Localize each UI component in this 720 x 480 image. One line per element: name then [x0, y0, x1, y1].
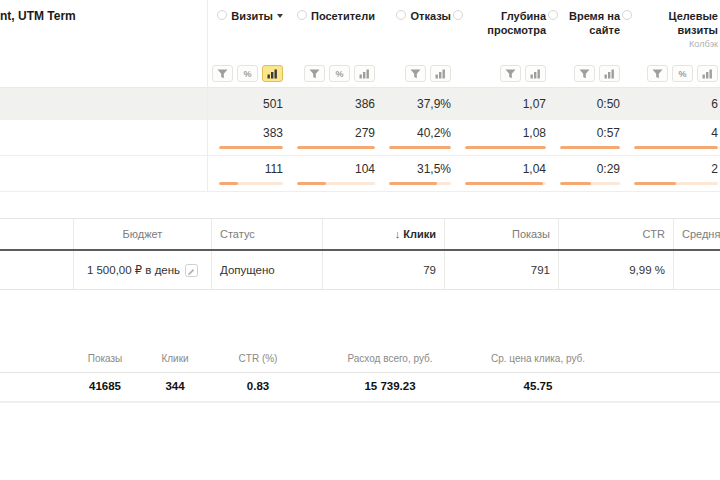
summary-label: Показы [72, 352, 138, 370]
summary-column: Ср. цена клика, руб.45.75 [463, 352, 613, 392]
metrics-data-row: 38327940,2%1,080:574 [0, 120, 720, 156]
summary-stats: Показы41685Клики344CTR (%)0.83Расход все… [0, 350, 720, 410]
metric-value-cell: 37,9% [377, 88, 453, 120]
metric-value-cell: 386 [285, 88, 377, 120]
metric-value: 1,08 [523, 126, 546, 140]
impressions-header[interactable]: Показы [445, 219, 559, 249]
filter-button[interactable] [304, 65, 325, 82]
metric-value: 104 [355, 162, 375, 176]
chart-button[interactable] [262, 65, 283, 82]
percent-icon: % [678, 69, 686, 79]
percent-button[interactable]: % [237, 65, 258, 82]
value-bar-track [634, 182, 718, 185]
value-bar-fill [389, 146, 451, 149]
avg-price-cell [674, 251, 720, 289]
metric-value: 501 [263, 97, 283, 111]
status-header[interactable]: Статус [212, 219, 323, 249]
value-bar-fill [634, 146, 718, 149]
percent-button[interactable]: % [672, 65, 693, 82]
filter-button[interactable] [212, 65, 233, 82]
edit-budget-icon[interactable] [185, 264, 198, 277]
metric-value: 31,5% [417, 162, 451, 176]
summary-value: 344 [142, 380, 208, 392]
value-bar-track [219, 146, 283, 149]
summary-column: Показы41685 [72, 352, 138, 392]
metric-header-label: Глубина просмотра [467, 9, 546, 38]
percent-icon: % [243, 69, 251, 79]
metric-value: 1,04 [523, 162, 546, 176]
filter-button[interactable] [647, 65, 668, 82]
metric-header-time[interactable]: Время на сайте [548, 9, 620, 38]
filter-icon [652, 69, 663, 79]
metric-header-label: Время на сайте [562, 9, 620, 38]
bar-chart-icon [435, 69, 446, 79]
metrics-table: nt, UTM Term Визиты%Посетители%ОтказыГлу… [0, 0, 720, 192]
metric-header-goals[interactable]: Целевые визиты [622, 9, 718, 38]
bar-chart-icon [530, 69, 541, 79]
metric-value-cell: 2 [622, 156, 720, 191]
metric-value-cell: 6 [622, 88, 720, 120]
value-bar-fill [465, 146, 546, 149]
value-bar-track [465, 146, 546, 149]
ctr-header[interactable]: CTR [559, 219, 674, 249]
chart-button[interactable] [430, 65, 451, 82]
campaign-table-header-row: Бюджет Статус ↓Клики Показы CTR Средняя [0, 219, 720, 251]
budget-header[interactable]: Бюджет [74, 219, 212, 249]
chart-button[interactable] [525, 65, 546, 82]
metric-select-circle-icon[interactable] [622, 10, 632, 20]
metric-select-circle-icon[interactable] [396, 10, 406, 20]
metric-value: 4 [711, 126, 718, 140]
filter-button[interactable] [574, 65, 595, 82]
summary-bottom-divider [0, 401, 720, 403]
dimension-column-header: nt, UTM Term [0, 9, 76, 23]
metrics-table-header: nt, UTM Term Визиты%Посетители%ОтказыГлу… [0, 0, 720, 88]
metrics-totals-row: 50138637,9%1,070:506 [0, 88, 720, 120]
metric-value: 386 [355, 97, 375, 111]
metric-header-visits[interactable]: Визиты [217, 9, 283, 23]
impressions-cell: 791 [445, 251, 559, 289]
metric-filter-buttons [405, 65, 451, 82]
chart-button[interactable] [354, 65, 375, 82]
chart-button[interactable] [697, 65, 718, 82]
metric-value-cell: 501 [207, 88, 285, 120]
clicks-header[interactable]: ↓Клики [323, 219, 445, 249]
summary-column: Расход всего, руб.15 739.23 [315, 352, 465, 392]
metric-header-depth[interactable]: Глубина просмотра [453, 9, 546, 38]
metric-filter-buttons: % [647, 65, 718, 82]
metric-value-cell: 104 [285, 156, 377, 191]
metric-header-bounces[interactable]: Отказы [396, 9, 451, 23]
metric-value: 0:57 [597, 126, 620, 140]
chart-button[interactable] [599, 65, 620, 82]
metric-value-cell: 111 [207, 156, 285, 191]
summary-label: Расход всего, руб. [315, 352, 465, 370]
metric-header-label: Визиты [231, 9, 273, 23]
metric-select-circle-icon[interactable] [217, 10, 227, 20]
filter-button[interactable] [500, 65, 521, 82]
sort-down-icon: ↓ [395, 228, 401, 240]
analytics-page: nt, UTM Term Визиты%Посетители%ОтказыГлу… [0, 0, 720, 480]
filter-icon [217, 69, 228, 79]
metric-header-visitors[interactable]: Посетители [297, 9, 375, 23]
metric-value: 1,07 [523, 97, 546, 111]
metric-column-goals: Целевые визитыКолбэк% [622, 0, 720, 88]
metric-select-circle-icon[interactable] [548, 10, 558, 20]
filter-icon [309, 69, 320, 79]
metric-header-label: Целевые визиты [636, 9, 718, 38]
clicks-cell: 79 [323, 251, 445, 289]
value-bar-track [219, 182, 283, 185]
percent-button[interactable]: % [329, 65, 350, 82]
budget-value: 1 500,00 ₽ в день [87, 263, 180, 277]
bar-chart-icon [604, 69, 615, 79]
avg-price-header[interactable]: Средняя [674, 219, 720, 249]
value-bar-track [465, 182, 546, 185]
metric-value-cell: 279 [285, 120, 377, 155]
metric-value-cell: 0:57 [548, 120, 622, 155]
metric-filter-buttons: % [212, 65, 283, 82]
metric-select-circle-icon[interactable] [297, 10, 307, 20]
sort-caret-icon[interactable] [277, 14, 283, 18]
metric-value: 279 [355, 126, 375, 140]
metric-select-circle-icon[interactable] [453, 10, 463, 20]
filter-button[interactable] [405, 65, 426, 82]
metric-column-visitors: Посетители% [285, 0, 377, 88]
metric-value-cell: 31,5% [377, 156, 453, 191]
